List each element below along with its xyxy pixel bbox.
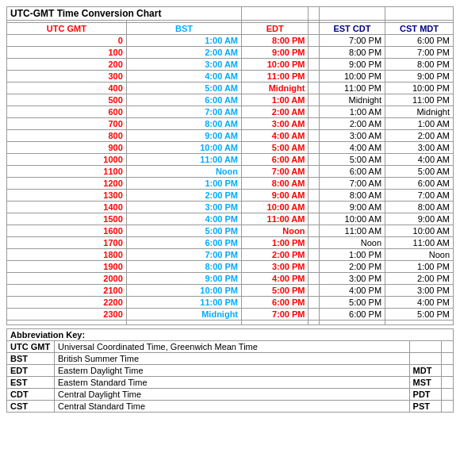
cell-utc: 1700 [7,237,127,249]
abbr-code: BST [7,353,55,365]
cell-estcdt: Noon [319,237,385,249]
table-row: 8009:00 AM4:00 AM3:00 AM2:00 AM [7,130,454,142]
cell-bst: 6:00 AM [126,94,241,106]
cell-estcdt: 8:00 PM [319,47,385,59]
cell-estcdt: 11:00 AM [319,225,385,237]
table-row: 100011:00 AM6:00 AM5:00 AM4:00 AM [7,154,454,166]
cell-cstmdt: Midnight [385,106,454,118]
abbr-code2: MST [409,377,441,389]
cell-estcdt: Midnight [319,94,385,106]
table-row: 14003:00 PM10:00 AM9:00 AM8:00 AM [7,202,454,213]
cell-cstmdt: 8:00 PM [385,59,454,71]
cell-bst: 10:00 AM [126,142,241,154]
abbr-desc: Central Daylight Time [55,389,410,401]
cell-estcdt: 3:00 AM [319,130,385,142]
cell-utc: 1800 [7,249,127,261]
table-row: 5006:00 AM1:00 AMMidnight11:00 PM [7,94,454,106]
cell-utc: 1900 [7,261,127,273]
abbr-desc: Universal Coordinated Time, Greenwich Me… [55,341,410,353]
cell-estcdt: 10:00 PM [319,71,385,83]
cell-cstmdt: 2:00 AM [385,130,454,142]
title-row: UTC-GMT Time Conversion Chart [7,7,454,21]
table-row: 210010:00 PM5:00 PM4:00 PM3:00 PM [7,285,454,297]
cell-bst: 9:00 AM [126,130,241,142]
header-estcdt: EST CDT [319,23,385,35]
cell-utc: 2200 [7,297,127,309]
cell-utc: 2100 [7,285,127,297]
abbr-desc2 [441,389,453,401]
cell-bst: 2:00 AM [126,47,241,59]
cell-estcdt: 9:00 AM [319,202,385,213]
cell-utc: 500 [7,94,127,106]
cell-edt: 1:00 PM [242,237,309,249]
cell-edt: 3:00 AM [242,118,309,130]
cell-cstmdt: 9:00 AM [385,213,454,225]
table-row: 1002:00 AM9:00 PM8:00 PM7:00 PM [7,47,454,59]
abbr-desc: British Summer Time [55,353,410,365]
cell-bst: Midnight [126,309,241,321]
table-row: 2003:00 AM10:00 PM9:00 PM8:00 PM [7,59,454,71]
cell-estcdt: 10:00 AM [319,213,385,225]
cell-edt: 2:00 AM [242,106,309,118]
cell-bst: 11:00 AM [126,154,241,166]
table-row: 12001:00 PM8:00 AM7:00 AM6:00 AM [7,178,454,190]
cell-edt: 10:00 AM [242,202,309,213]
header-edt: EDT [242,23,309,35]
cell-edt: Midnight [242,83,309,94]
cell-utc: 600 [7,106,127,118]
abbr-code2: PDT [409,389,441,401]
cell-estcdt: 9:00 PM [319,59,385,71]
cell-edt: 9:00 AM [242,190,309,202]
cell-edt: 7:00 PM [242,309,309,321]
table-row: 6007:00 AM2:00 AM1:00 AMMidnight [7,106,454,118]
cell-cstmdt: 6:00 PM [385,35,454,47]
cell-cstmdt: 3:00 AM [385,142,454,154]
cell-utc: 1200 [7,178,127,190]
blank-row [7,321,454,325]
page-container: UTC-GMT Time Conversion Chart UTC GMT BS… [0,0,460,419]
abbr-desc2 [441,401,453,413]
cell-cstmdt: 11:00 AM [385,237,454,249]
cell-utc: 400 [7,83,127,94]
cell-bst: 1:00 AM [126,35,241,47]
cell-bst: 6:00 PM [126,237,241,249]
abbr-code: CDT [7,389,55,401]
cell-edt: 10:00 PM [242,59,309,71]
abbr-code: UTC GMT [7,341,55,353]
cell-edt: 8:00 AM [242,178,309,190]
abbr-table: Abbreviation Key: UTC GMTUniversal Coord… [6,328,454,413]
cell-edt: 1:00 AM [242,94,309,106]
cell-cstmdt: 6:00 AM [385,178,454,190]
cell-edt: 3:00 PM [242,261,309,273]
cell-bst: 3:00 PM [126,202,241,213]
cell-estcdt: 5:00 AM [319,154,385,166]
cell-estcdt: 2:00 AM [319,118,385,130]
cell-utc: 300 [7,71,127,83]
cell-bst: 2:00 PM [126,190,241,202]
cell-bst: Noon [126,166,241,178]
table-row: 220011:00 PM6:00 PM5:00 PM4:00 PM [7,297,454,309]
cell-utc: 900 [7,142,127,154]
abbr-row: UTC GMTUniversal Coordinated Time, Green… [7,341,454,353]
abbr-code2: PST [409,401,441,413]
cell-edt: Noon [242,225,309,237]
cell-utc: 1100 [7,166,127,178]
cell-cstmdt: Noon [385,249,454,261]
cell-bst: 4:00 PM [126,213,241,225]
table-row: 17006:00 PM1:00 PMNoon11:00 AM [7,237,454,249]
chart-title: UTC-GMT Time Conversion Chart [7,7,242,21]
cell-estcdt: 8:00 AM [319,190,385,202]
table-row: 2300Midnight7:00 PM6:00 PM5:00 PM [7,309,454,321]
abbr-desc2 [441,377,453,389]
cell-edt: 2:00 PM [242,249,309,261]
cell-utc: 1600 [7,225,127,237]
cell-utc: 800 [7,130,127,142]
table-row: 4005:00 AMMidnight11:00 PM10:00 PM [7,83,454,94]
table-row: 16005:00 PMNoon11:00 AM10:00 AM [7,225,454,237]
cell-cstmdt: 7:00 PM [385,47,454,59]
cell-utc: 0 [7,35,127,47]
abbr-code: CST [7,401,55,413]
abbr-title: Abbreviation Key: [7,329,454,341]
cell-cstmdt: 10:00 PM [385,83,454,94]
cell-cstmdt: 5:00 PM [385,309,454,321]
